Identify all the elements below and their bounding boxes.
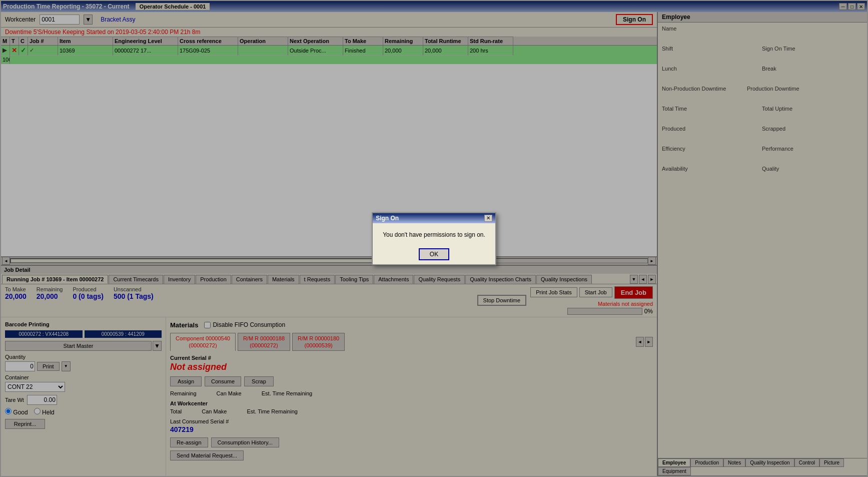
modal-title-bar: Sign On ✕ <box>373 213 495 223</box>
modal-body: You don't have permissions to sign on. <box>373 223 495 244</box>
modal-footer: OK <box>373 244 495 264</box>
sign-on-modal: Sign On ✕ You don't have permissions to … <box>372 212 496 265</box>
modal-close-button[interactable]: ✕ <box>484 215 492 222</box>
main-window: Production Time Reporting - 35072 - Curr… <box>0 0 868 477</box>
modal-overlay: Sign On ✕ You don't have permissions to … <box>1 1 867 476</box>
modal-title: Sign On <box>376 215 399 222</box>
modal-message: You don't have permissions to sign on. <box>383 231 485 238</box>
modal-ok-button[interactable]: OK <box>419 248 449 260</box>
